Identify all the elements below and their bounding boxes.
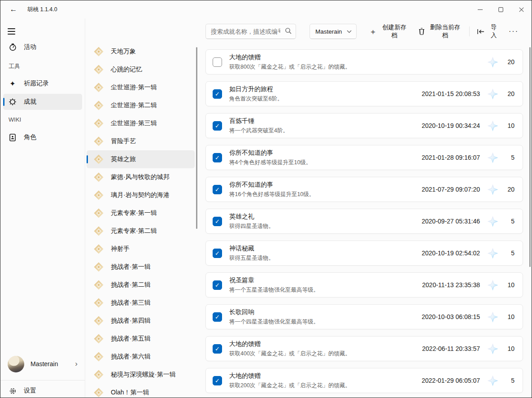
achievement-row[interactable]: 长歌回响 将一个四星圣遗物强化至最高等级。 2020-10-03 06:08:1… [205, 304, 523, 329]
category-emblem-icon [93, 189, 105, 201]
category-emblem-icon [93, 100, 105, 111]
achievement-checkbox[interactable] [213, 280, 222, 290]
category-scrollbar[interactable] [196, 47, 197, 229]
achievement-checkbox[interactable] [213, 153, 222, 162]
achievement-checkbox[interactable] [213, 185, 222, 194]
menu-icon[interactable] [8, 25, 23, 38]
navigation-sidebar: 活动 工具 ✦ 祈愿记录 成就 WIKI 角色 Mast [0, 18, 85, 398]
category-item[interactable]: 冒险手艺 [87, 132, 195, 150]
category-item[interactable]: 英雄之旅 [87, 150, 195, 168]
achievement-checkbox[interactable] [213, 376, 222, 385]
minimize-button[interactable] [470, 0, 490, 18]
achievement-row[interactable]: 祝圣篇章 将一个五星圣遗物强化至最高等级。 2020-11-13 23:35:3… [205, 272, 523, 297]
achievement-points: 10 [505, 122, 515, 129]
sidebar-item-achievements[interactable]: 成就 [3, 94, 82, 110]
user-name: Masterain [31, 360, 58, 367]
maximize-button[interactable] [490, 0, 511, 18]
category-item[interactable]: 元素专家·第一辑 [87, 204, 195, 222]
back-button[interactable]: ← [6, 3, 21, 16]
achievement-points: 10 [505, 313, 515, 320]
achievement-text: 大地的馈赠 获取200次「藏金之花」或「启示之花」的馈藏。 [229, 372, 351, 389]
category-emblem-icon [93, 171, 105, 183]
import-label: 导入 [488, 23, 499, 39]
primogem-icon [487, 57, 498, 68]
category-item[interactable]: 神射手 [87, 240, 195, 258]
character-book-icon [8, 134, 17, 141]
category-item[interactable]: 璃月·岩与契约的海港 [87, 186, 195, 204]
toolbar: Masterain ＋ 创建新存档 删除当前存档 导入 ··· [205, 23, 524, 39]
category-label: 尘世巡游·第一辑 [111, 83, 157, 92]
achievement-text: 祝圣篇章 将一个五星圣遗物强化至最高等级。 [229, 276, 319, 294]
category-item[interactable]: 元素专家·第二辑 [87, 222, 195, 240]
sidebar-item-characters[interactable]: 角色 [3, 129, 82, 145]
achievement-text: 大地的馈赠 获取400次「藏金之花」或「启示之花」的馈藏。 [229, 340, 351, 358]
achievement-row[interactable]: 百炼千锤 将一个武器突破至4阶。 2020-10-19 00:34:24 10 [205, 113, 523, 138]
archive-selector[interactable]: Masterain [310, 24, 357, 39]
achievement-row[interactable]: 你所不知道的事 将4个角色好感等级提升至10级。 2021-01-28 09:1… [205, 145, 523, 170]
achievement-category-panel: 天地万象 心跳的记忆 [85, 18, 205, 398]
delete-archive-label: 删除当前存档 [429, 23, 462, 39]
category-item[interactable]: 尘世巡游·第三辑 [87, 114, 195, 132]
primogem-icon [487, 216, 498, 227]
achievement-checkbox[interactable] [213, 312, 222, 322]
category-item[interactable]: 挑战者·第一辑 [87, 258, 195, 276]
user-profile-row[interactable]: Masterain › [3, 351, 82, 376]
category-item[interactable]: 蒙德·风与牧歌的城邦 [87, 168, 195, 186]
category-item[interactable]: 天地万象 [87, 43, 195, 61]
achievement-checkbox[interactable] [213, 344, 222, 354]
category-list: 天地万象 心跳的记忆 [87, 43, 195, 398]
category-item[interactable]: 心跳的记忆 [87, 61, 195, 79]
achievement-checkbox[interactable] [213, 57, 222, 67]
sidebar-item-activity[interactable]: 活动 [3, 39, 82, 55]
achievement-text: 如日方升的旅程 角色首次突破至6阶。 [229, 85, 283, 103]
more-options-button[interactable]: ··· [503, 24, 524, 39]
sidebar-item-settings[interactable]: 设置 [3, 383, 82, 398]
category-label: 尘世巡游·第三辑 [111, 119, 157, 127]
title-bar: ← 胡桃 1.1.4.0 [0, 0, 532, 18]
close-button[interactable] [511, 0, 532, 18]
category-emblem-icon [93, 297, 105, 309]
achievement-checkbox[interactable] [213, 89, 222, 99]
category-emblem-icon [93, 261, 105, 273]
achievement-description: 将一个五星圣遗物强化至最高等级。 [229, 286, 319, 294]
achievement-date: 2021-07-29 09:07:20 [422, 186, 480, 193]
achievement-row[interactable]: 大地的馈赠 获取200次「藏金之花」或「启示之花」的馈藏。 2022-01-29… [205, 368, 523, 393]
category-item[interactable]: 挑战者·第二辑 [87, 276, 195, 294]
achievement-row[interactable]: 大地的馈赠 获取800次「藏金之花」或「启示之花」的馈藏。 20 [205, 49, 523, 74]
category-item[interactable]: 挑战者·第五辑 [87, 330, 195, 348]
achievement-date: 2020-10-03 06:08:15 [422, 313, 480, 320]
search-input[interactable] [205, 24, 296, 39]
sparkle-icon: ✦ [8, 79, 17, 88]
category-item[interactable]: Olah！第一辑 [87, 384, 195, 398]
achievement-checkbox[interactable] [213, 217, 222, 226]
category-item[interactable]: 尘世巡游·第一辑 [87, 79, 195, 96]
achievement-checkbox[interactable] [213, 121, 222, 131]
achievement-row[interactable]: 你所不知道的事 将16个角色好感等级提升至10级。 2021-07-29 09:… [205, 177, 523, 202]
sidebar-item-label: 成就 [24, 98, 36, 106]
create-archive-button[interactable]: ＋ 创建新存档 [365, 24, 412, 39]
delete-archive-button[interactable]: 删除当前存档 [414, 24, 466, 39]
category-item[interactable]: 挑战者·第三辑 [87, 294, 195, 312]
sidebar-item-wish-history[interactable]: ✦ 祈愿记录 [3, 75, 82, 92]
achievement-row[interactable]: 英雄之礼 获得四星圣遗物。 2020-09-27 05:31:46 5 [205, 209, 523, 234]
achievement-text: 你所不知道的事 将4个角色好感等级提升至10级。 [229, 149, 311, 166]
achievement-points: 5 [505, 218, 515, 225]
achievement-scrollbar[interactable] [529, 47, 531, 267]
achievement-title: 你所不知道的事 [229, 149, 311, 157]
category-item[interactable]: 挑战者·第四辑 [87, 312, 195, 330]
achievement-row[interactable]: 大地的馈赠 获取400次「藏金之花」或「启示之花」的馈藏。 2022-06-11… [205, 336, 523, 361]
category-label: 挑战者·第六辑 [111, 353, 151, 361]
achievement-row[interactable]: 神话秘藏 获得五星圣遗物。 2020-10-19 02:54:02 5 [205, 241, 523, 266]
achievement-points: 5 [505, 377, 515, 384]
achievement-checkbox[interactable] [213, 249, 222, 258]
achievement-row[interactable]: 如日方升的旅程 角色首次突破至6阶。 2021-01-15 20:08:53 2… [205, 81, 523, 106]
primogem-icon [487, 120, 498, 131]
import-button[interactable]: 导入 [472, 24, 503, 39]
category-emblem-icon [93, 225, 105, 237]
category-item[interactable]: 尘世巡游·第二辑 [87, 96, 195, 114]
category-emblem-icon [93, 315, 105, 327]
category-item[interactable]: 秘境与深境螺旋·第一辑 [87, 366, 195, 384]
category-emblem-icon [93, 118, 105, 129]
category-item[interactable]: 挑战者·第六辑 [87, 348, 195, 366]
achievement-description: 获取400次「藏金之花」或「启示之花」的馈藏。 [229, 350, 351, 358]
